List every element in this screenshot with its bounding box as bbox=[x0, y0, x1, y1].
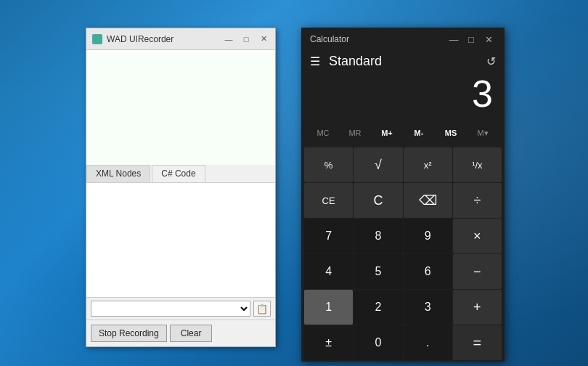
wad-bottom-bar: 📋 bbox=[86, 297, 275, 320]
negate-button[interactable]: ± bbox=[304, 325, 353, 360]
wad-copy-button[interactable]: 📋 bbox=[253, 301, 271, 317]
calc-memory-row: MC MR M+ M- MS M▾ bbox=[301, 121, 505, 145]
five-button[interactable]: 5 bbox=[354, 254, 402, 289]
tab-xml-nodes[interactable]: XML Nodes bbox=[86, 165, 150, 182]
percent-button[interactable]: % bbox=[304, 147, 353, 182]
calc-titlebar: Calculator — □ ✕ bbox=[301, 28, 505, 51]
memory-recall-button[interactable]: MR bbox=[339, 121, 371, 145]
calc-mode-title: Standard bbox=[329, 54, 478, 69]
calc-button-grid: % √ x² ¹/x CE C ⌫ ÷ 7 8 9 × 4 5 6 − 1 2 … bbox=[301, 147, 505, 363]
memory-store-button[interactable]: MS bbox=[435, 121, 467, 145]
calculator-window: Calculator — □ ✕ ☰ Standard ↺ 3 MC MR M+… bbox=[301, 28, 505, 362]
wad-minimize-button[interactable]: — bbox=[223, 35, 234, 44]
square-button[interactable]: x² bbox=[404, 147, 452, 182]
three-button[interactable]: 3 bbox=[404, 290, 452, 325]
wad-xml-view bbox=[86, 50, 275, 165]
clear-all-button[interactable]: C bbox=[354, 183, 402, 218]
wad-app-icon bbox=[92, 34, 102, 44]
zero-button[interactable]: 0 bbox=[354, 325, 402, 360]
wad-window: WAD UIRecorder — □ ✕ XML Nodes C# Code 📋… bbox=[86, 28, 276, 347]
wad-tabs: XML Nodes C# Code bbox=[86, 165, 275, 183]
wad-code-display bbox=[86, 183, 275, 298]
wad-window-controls: — □ ✕ bbox=[223, 34, 269, 44]
multiply-button[interactable]: × bbox=[453, 219, 502, 253]
copy-icon: 📋 bbox=[256, 304, 268, 314]
equals-button[interactable]: = bbox=[453, 325, 502, 360]
clear-entry-button[interactable]: CE bbox=[304, 183, 353, 218]
divide-button[interactable]: ÷ bbox=[453, 183, 502, 218]
calc-maximize-button[interactable]: □ bbox=[464, 34, 478, 45]
four-button[interactable]: 4 bbox=[304, 254, 353, 289]
wad-title: WAD UIRecorder bbox=[107, 34, 219, 44]
eight-button[interactable]: 8 bbox=[354, 219, 402, 253]
one-button[interactable]: 1 bbox=[304, 290, 353, 325]
calc-title: Calculator bbox=[310, 34, 446, 44]
decimal-button[interactable]: . bbox=[404, 325, 452, 360]
wad-close-button[interactable]: ✕ bbox=[258, 34, 269, 44]
tab-csharp-code[interactable]: C# Code bbox=[152, 165, 205, 182]
nine-button[interactable]: 9 bbox=[404, 219, 452, 253]
memory-list-button[interactable]: M▾ bbox=[467, 121, 499, 145]
seven-button[interactable]: 7 bbox=[304, 219, 353, 253]
calc-display: 3 bbox=[301, 69, 505, 121]
subtract-button[interactable]: − bbox=[453, 254, 502, 289]
two-button[interactable]: 2 bbox=[354, 290, 402, 325]
wad-action-bar: Stop Recording Clear bbox=[86, 320, 275, 346]
reciprocal-button[interactable]: ¹/x bbox=[453, 147, 502, 182]
add-button[interactable]: + bbox=[453, 290, 502, 325]
wad-titlebar: WAD UIRecorder — □ ✕ bbox=[86, 28, 275, 50]
stop-recording-button[interactable]: Stop Recording bbox=[91, 325, 167, 342]
hamburger-menu-icon[interactable]: ☰ bbox=[310, 54, 320, 68]
wad-code-dropdown[interactable] bbox=[91, 301, 250, 317]
memory-clear-button[interactable]: MC bbox=[307, 121, 339, 145]
calc-minimize-button[interactable]: — bbox=[446, 34, 461, 45]
memory-minus-button[interactable]: M- bbox=[403, 121, 435, 145]
six-button[interactable]: 6 bbox=[404, 254, 452, 289]
calc-close-button[interactable]: ✕ bbox=[481, 34, 496, 45]
calc-header: ☰ Standard ↺ bbox=[301, 51, 505, 69]
sqrt-button[interactable]: √ bbox=[354, 147, 402, 182]
history-icon[interactable]: ↺ bbox=[486, 54, 496, 68]
clear-button[interactable]: Clear bbox=[170, 325, 213, 342]
backspace-button[interactable]: ⌫ bbox=[404, 183, 452, 218]
calc-window-controls: — □ ✕ bbox=[446, 34, 496, 45]
wad-maximize-button[interactable]: □ bbox=[240, 35, 252, 44]
memory-plus-button[interactable]: M+ bbox=[371, 121, 403, 145]
